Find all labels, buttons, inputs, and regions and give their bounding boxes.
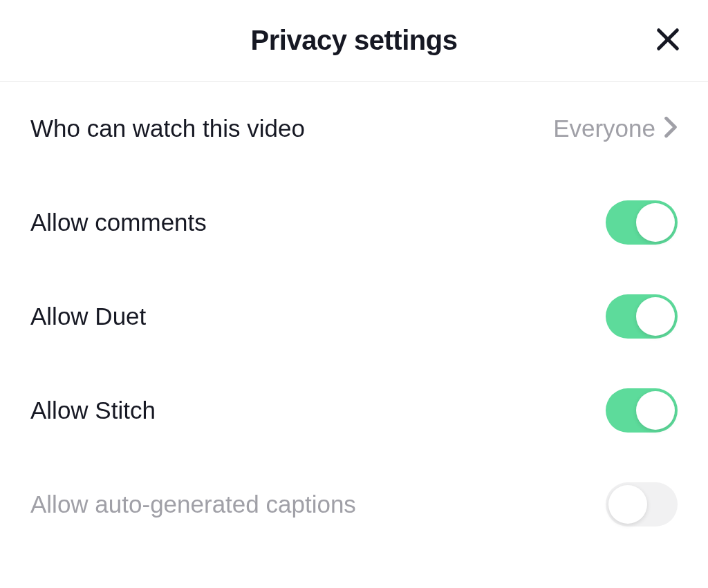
allow-auto-captions-row: Allow auto-generated captions xyxy=(30,457,678,551)
privacy-settings-panel: Privacy settings Who can watch this vide… xyxy=(0,0,708,588)
allow-comments-label: Allow comments xyxy=(30,209,207,236)
toggle-knob xyxy=(636,391,675,430)
chevron-right-icon xyxy=(664,116,678,141)
allow-auto-captions-label: Allow auto-generated captions xyxy=(30,491,356,518)
allow-stitch-label: Allow Stitch xyxy=(30,397,156,424)
toggle-knob xyxy=(608,485,647,524)
header: Privacy settings xyxy=(0,0,708,82)
close-icon xyxy=(654,26,682,55)
allow-auto-captions-toggle[interactable] xyxy=(606,482,678,527)
allow-stitch-toggle[interactable] xyxy=(606,388,678,433)
allow-duet-toggle[interactable] xyxy=(606,294,678,339)
allow-comments-row: Allow comments xyxy=(30,176,678,269)
page-title: Privacy settings xyxy=(251,25,458,56)
toggle-knob xyxy=(636,203,675,242)
who-can-watch-row[interactable]: Who can watch this video Everyone xyxy=(30,82,678,176)
allow-comments-toggle[interactable] xyxy=(606,200,678,245)
who-can-watch-value: Everyone xyxy=(553,115,655,142)
close-button[interactable] xyxy=(653,26,683,56)
allow-duet-label: Allow Duet xyxy=(30,303,146,330)
allow-duet-row: Allow Duet xyxy=(30,269,678,363)
toggle-knob xyxy=(636,297,675,336)
allow-stitch-row: Allow Stitch xyxy=(30,363,678,457)
settings-list: Who can watch this video Everyone Allow … xyxy=(0,82,708,551)
who-can-watch-value-wrap[interactable]: Everyone xyxy=(553,115,678,142)
who-can-watch-label: Who can watch this video xyxy=(30,115,305,142)
